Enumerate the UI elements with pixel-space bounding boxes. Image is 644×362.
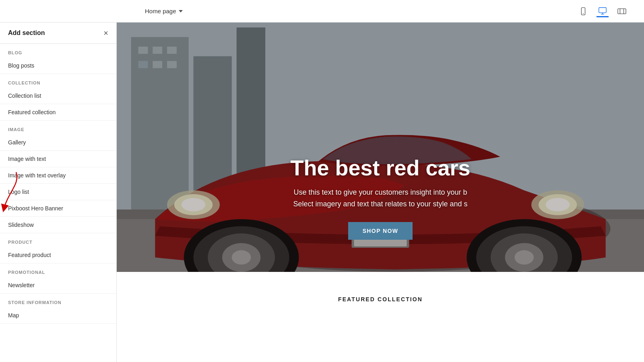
sidebar-item-featured-product[interactable]: Featured product bbox=[0, 247, 116, 263]
sidebar-title: Add section bbox=[8, 29, 45, 37]
sidebar-item-slideshow[interactable]: Slideshow bbox=[0, 217, 116, 233]
sidebar-item-image-with-text-overlay[interactable]: Image with text overlay bbox=[0, 167, 116, 184]
svg-rect-5 bbox=[618, 8, 626, 14]
sidebar-item-pixboost-hero-banner[interactable]: Pixboost Hero Banner bbox=[0, 200, 116, 217]
page-selector[interactable]: Home page bbox=[145, 8, 183, 14]
section-label-store-information: STORE INFORMATION bbox=[0, 294, 116, 307]
main-layout: Add section × BLOG Blog posts COLLECTION… bbox=[0, 23, 644, 362]
featured-collection-title: FEATURED COLLECTION bbox=[133, 296, 628, 302]
sidebar-item-map[interactable]: Map bbox=[0, 307, 116, 324]
sidebar-item-logo-list[interactable]: Logo list bbox=[0, 184, 116, 200]
preview-frame: The best red cars Use this text to give … bbox=[117, 23, 644, 362]
app-header: Home page bbox=[0, 0, 644, 23]
hero-subtitle: Use this text to give your customers ins… bbox=[133, 187, 628, 210]
hero-shop-now-button[interactable]: SHOP NOW bbox=[348, 222, 413, 240]
chevron-down-icon bbox=[179, 10, 183, 12]
section-label-promotional: PROMOTIONAL bbox=[0, 263, 116, 277]
page-selector-label: Home page bbox=[145, 8, 176, 14]
section-label-collection: COLLECTION bbox=[0, 74, 116, 88]
hero-content: The best red cars Use this text to give … bbox=[117, 155, 644, 240]
desktop-view-button[interactable] bbox=[597, 5, 609, 17]
page-preview: The best red cars Use this text to give … bbox=[117, 23, 644, 362]
mobile-view-button[interactable] bbox=[577, 5, 589, 17]
close-button[interactable]: × bbox=[103, 29, 108, 37]
sidebar-item-image-with-text[interactable]: Image with text bbox=[0, 151, 116, 167]
hero-title: The best red cars bbox=[133, 155, 628, 180]
hero-section: The best red cars Use this text to give … bbox=[117, 23, 644, 272]
section-label-image: IMAGE bbox=[0, 121, 116, 134]
device-toggle-group bbox=[577, 5, 628, 17]
sidebar-item-featured-collection[interactable]: Featured collection bbox=[0, 104, 116, 121]
sidebar-item-collection-list[interactable]: Collection list bbox=[0, 88, 116, 104]
sidebar-item-gallery[interactable]: Gallery bbox=[0, 134, 116, 151]
add-section-sidebar: Add section × BLOG Blog posts COLLECTION… bbox=[0, 23, 117, 362]
sidebar-item-blog-posts[interactable]: Blog posts bbox=[0, 58, 116, 74]
featured-collection-section: FEATURED COLLECTION bbox=[117, 272, 644, 315]
svg-rect-2 bbox=[599, 8, 606, 13]
hero-subtitle-line2: Select imagery and text that relates to … bbox=[293, 200, 467, 208]
hero-subtitle-line1: Use this text to give your customers ins… bbox=[293, 188, 467, 196]
sidebar-header: Add section × bbox=[0, 23, 116, 44]
section-label-blog: BLOG bbox=[0, 44, 116, 58]
section-label-product: PRODUCT bbox=[0, 233, 116, 247]
widescreen-view-button[interactable] bbox=[616, 5, 628, 17]
sidebar-item-newsletter[interactable]: Newsletter bbox=[0, 277, 116, 294]
